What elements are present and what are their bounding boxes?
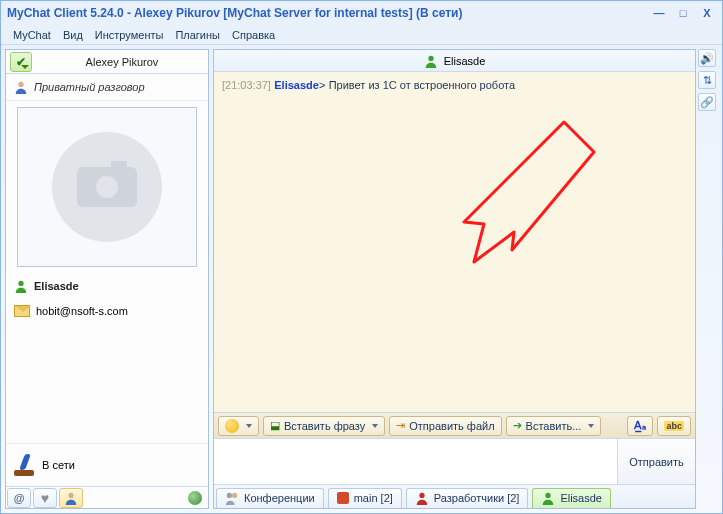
message-sep: > <box>319 79 325 91</box>
svg-point-3 <box>428 55 433 60</box>
status-row: В сети <box>6 443 208 486</box>
contact-email[interactable]: hobit@nsoft-s.com <box>36 305 128 317</box>
insert-phrase-label: Вставить фразу <box>284 420 365 432</box>
insert-button[interactable]: ➔Вставить... <box>506 416 602 436</box>
current-user-name: Alexey Pikurov <box>36 56 208 68</box>
svg-point-6 <box>419 493 424 498</box>
gift-icon <box>337 492 349 504</box>
send-button[interactable]: Отправить <box>617 439 695 484</box>
link-icon: 🔗 <box>700 96 714 109</box>
app-window: MyChat Client 5.24.0 - Alexey Pikurov [M… <box>0 0 723 514</box>
send-file-label: Отправить файл <box>409 420 494 432</box>
contact-photo <box>17 107 197 267</box>
left-section-label: Приватный разговор <box>34 81 145 93</box>
minimize-button[interactable]: — <box>650 5 668 21</box>
user-icon <box>64 491 78 505</box>
chat-header: Elisasde <box>214 50 695 72</box>
smiley-icon <box>225 419 239 433</box>
svg-point-4 <box>227 493 232 498</box>
compose-toolbar: ⬓Вставить фразу ⇥Отправить файл ➔Вставит… <box>214 412 695 438</box>
contact-name: Elisasde <box>34 280 79 292</box>
insert-label: Вставить... <box>526 420 582 432</box>
left-section-header: Приватный разговор <box>6 74 208 101</box>
menu-mychat[interactable]: MyChat <box>7 27 57 43</box>
link-button[interactable]: 🔗 <box>698 93 716 111</box>
envelope-icon <box>14 305 30 317</box>
window-title: MyChat Client 5.24.0 - Alexey Pikurov [M… <box>7 6 644 20</box>
chat-panel: Elisasde [21:03:37] Elisasde> Привет из … <box>213 49 696 509</box>
content: ✔ Alexey Pikurov Приватный разговор Elis… <box>1 45 722 513</box>
contact-email-row: hobit@nsoft-s.com <box>6 299 208 323</box>
right-panel: Elisasde [21:03:37] Elisasde> Привет из … <box>213 49 718 509</box>
compose-area: Отправить <box>214 438 695 484</box>
user-green-icon <box>424 54 438 68</box>
contact-name-row: Elisasde <box>6 273 208 299</box>
send-label: Отправить <box>629 456 684 468</box>
left-panel: ✔ Alexey Pikurov Приватный разговор Elis… <box>5 49 209 509</box>
tab-developers[interactable]: Разработчики [2] <box>406 488 529 508</box>
maximize-button[interactable]: □ <box>674 5 692 21</box>
message-text: Привет из 1С от встроенного робота <box>329 79 515 91</box>
left-tab-globe[interactable] <box>183 488 207 508</box>
status-text: В сети <box>42 459 75 471</box>
quill-icon <box>14 454 34 476</box>
tab-main[interactable]: main [2] <box>328 488 402 508</box>
font-icon: A̲ₐ <box>634 419 646 432</box>
annotation-arrow-icon <box>414 112 614 312</box>
person-icon <box>14 80 28 94</box>
bottom-tabs: Конференции main [2] Разработчики [2] El… <box>214 484 695 508</box>
arrows-icon: ⇅ <box>703 74 712 87</box>
left-tab-favorite[interactable]: ♥ <box>33 488 57 508</box>
titlebar: MyChat Client 5.24.0 - Alexey Pikurov [M… <box>1 1 722 25</box>
close-button[interactable]: X <box>698 5 716 21</box>
emoji-button[interactable] <box>218 416 259 436</box>
message-row: [21:03:37] Elisasde> Привет из 1С от вст… <box>222 78 687 92</box>
message-time: [21:03:37] <box>222 79 271 91</box>
message-from: Elisasde <box>274 79 319 91</box>
insert-phrase-button[interactable]: ⬓Вставить фразу <box>263 416 385 436</box>
svg-point-5 <box>232 493 237 498</box>
svg-point-7 <box>546 493 551 498</box>
check-icon: ✔ <box>16 55 26 69</box>
left-tab-contact[interactable] <box>59 488 83 508</box>
tab-conferences[interactable]: Конференции <box>216 488 324 508</box>
menubar: MyChat Вид Инструменты Плагины Справка <box>1 25 722 45</box>
svg-point-1 <box>18 281 23 286</box>
status-dropdown[interactable]: ✔ <box>10 52 32 72</box>
scroll-lock-button[interactable]: ⇅ <box>698 71 716 89</box>
tab-elisasde[interactable]: Elisasde <box>532 488 611 508</box>
speaker-icon: 🔊 <box>700 52 714 65</box>
left-top: ✔ Alexey Pikurov <box>6 50 208 74</box>
menu-help[interactable]: Справка <box>226 27 281 43</box>
camera-placeholder-icon <box>52 132 162 242</box>
menu-tools[interactable]: Инструменты <box>89 27 170 43</box>
left-tab-at[interactable]: @ <box>7 488 31 508</box>
users-icon <box>225 491 239 505</box>
font-button[interactable]: A̲ₐ <box>627 416 653 436</box>
send-file-button[interactable]: ⇥Отправить файл <box>389 416 501 436</box>
svg-point-0 <box>18 82 23 87</box>
menu-plugins[interactable]: Плагины <box>169 27 226 43</box>
left-tabbar: @ ♥ <box>6 486 208 508</box>
sound-button[interactable]: 🔊 <box>698 49 716 67</box>
globe-icon <box>188 491 202 505</box>
message-input[interactable] <box>214 439 617 484</box>
chat-messages[interactable]: [21:03:37] Elisasde> Привет из 1С от вст… <box>214 72 695 412</box>
menu-view[interactable]: Вид <box>57 27 89 43</box>
spellcheck-button[interactable]: abc <box>657 416 691 436</box>
user-green-icon <box>541 491 555 505</box>
user-red-icon <box>415 491 429 505</box>
user-green-icon <box>14 279 28 293</box>
right-side-icons: 🔊 ⇅ 🔗 <box>698 49 718 509</box>
abc-icon: abc <box>664 421 684 431</box>
svg-point-2 <box>68 492 73 497</box>
chat-header-name: Elisasde <box>444 55 486 67</box>
